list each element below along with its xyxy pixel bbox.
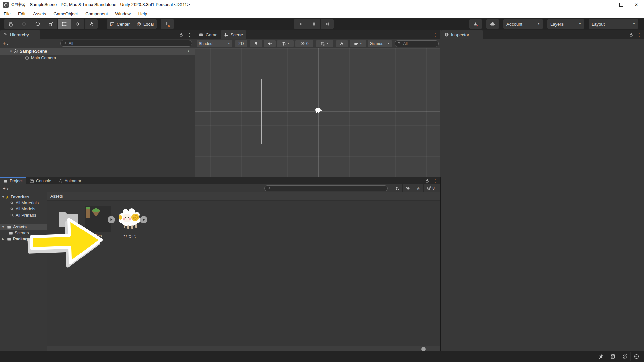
gizmos-dropdown[interactable]: Gizmos ▼ <box>368 40 392 47</box>
add-asset-button[interactable]: + ▼ <box>3 186 9 191</box>
rect-tool-button[interactable] <box>58 19 71 29</box>
account-dropdown[interactable]: Account ▼ <box>503 19 543 29</box>
collab-button[interactable] <box>469 19 482 29</box>
kebab-menu-icon[interactable]: ⋮ <box>186 49 191 54</box>
search-by-label-button[interactable] <box>402 184 413 192</box>
wrench-icon <box>89 21 94 27</box>
chevron-collapsed-icon[interactable]: ▶ <box>0 238 5 241</box>
tree-assets[interactable]: ▼ Assets <box>0 224 47 230</box>
tab-project[interactable]: Project <box>0 177 26 184</box>
auto-refresh-disabled-status[interactable] <box>619 352 630 361</box>
tab-scene[interactable]: Scene <box>221 30 246 39</box>
scene-lighting-button[interactable] <box>250 40 262 47</box>
maximize-button[interactable] <box>613 0 629 9</box>
project-search-input[interactable] <box>264 185 388 191</box>
lock-icon[interactable] <box>425 179 429 183</box>
cache-server-disconnected-status[interactable] <box>607 352 619 361</box>
tab-inspector[interactable]: Inspector <box>441 30 483 39</box>
search-icon <box>63 41 67 45</box>
menu-file[interactable]: File <box>0 9 14 18</box>
2d-toggle-button[interactable]: 2D <box>235 40 248 47</box>
scene-camera-dropdown[interactable]: ▼ <box>350 40 366 47</box>
project-hidden-toggle[interactable]: 8 <box>423 184 438 192</box>
hierarchy-search-input[interactable]: All <box>60 40 192 47</box>
lock-icon[interactable] <box>179 33 183 37</box>
scene-audio-button[interactable] <box>264 40 276 47</box>
expand-subassets-button[interactable] <box>140 216 147 223</box>
project-content: Assets Scenes <box>47 192 440 351</box>
menu-assets[interactable]: Assets <box>29 9 50 18</box>
thumbnail-zoom-slider[interactable] <box>410 349 435 349</box>
lock-icon[interactable] <box>629 33 633 37</box>
chevron-expanded-icon[interactable]: ▼ <box>0 196 5 199</box>
kebab-menu-icon[interactable]: ⋮ <box>433 33 437 37</box>
scene-grid-dropdown[interactable]: ▼ <box>316 40 333 47</box>
cloud-button[interactable] <box>486 19 499 29</box>
rotate-tool-button[interactable] <box>31 19 44 29</box>
asset-tiles[interactable] <box>85 206 111 232</box>
move-tool-button[interactable] <box>17 19 31 29</box>
minimize-button[interactable]: — <box>598 0 613 9</box>
transform-tool-button[interactable] <box>71 19 85 29</box>
tree-all-materials[interactable]: All Materials <box>0 200 47 206</box>
scene-canvas[interactable] <box>195 48 440 177</box>
assets-grid[interactable]: Scenes Tiles <box>47 201 440 346</box>
hierarchy-scene-row[interactable]: ▼ SampleScene ⋮ <box>0 48 195 55</box>
tree-all-models[interactable]: All Models <box>0 206 47 212</box>
pivot-local-button[interactable]: Local <box>133 19 157 29</box>
tab-console[interactable]: Console <box>26 177 55 184</box>
custom-tool-button[interactable] <box>85 19 98 29</box>
step-button[interactable] <box>321 19 334 29</box>
add-object-button[interactable]: + ▼ <box>3 41 9 46</box>
draw-mode-dropdown[interactable]: Shaded ▼ <box>197 40 232 47</box>
kebab-menu-icon[interactable]: ⋮ <box>187 33 192 37</box>
layers-dropdown[interactable]: Layers ▼ <box>547 19 584 29</box>
menu-window[interactable]: Window <box>112 9 135 18</box>
chevron-down-icon: ▼ <box>326 42 329 45</box>
menu-help[interactable]: Help <box>135 9 151 18</box>
expand-subassets-button[interactable] <box>108 216 115 223</box>
title-bar: C#練習 - SampleScene - PC, Mac & Linux Sta… <box>0 0 644 9</box>
unity-logo-icon <box>3 2 9 8</box>
chevron-expanded-icon[interactable]: ▼ <box>9 50 13 53</box>
tab-hierarchy[interactable]: Hierarchy <box>0 30 40 39</box>
hidden-objects-toggle[interactable]: 0 <box>295 40 313 47</box>
menu-component[interactable]: Component <box>82 9 111 18</box>
scene-tab-bar: Game Scene ⋮ <box>195 30 440 39</box>
favorites-filter-button[interactable]: ★ <box>413 184 423 192</box>
debugger-detached-status[interactable] <box>595 352 607 361</box>
pivot-center-button[interactable]: Center <box>107 19 133 29</box>
tree-scenes[interactable]: Scenes <box>0 230 47 236</box>
chevron-expanded-icon[interactable]: ▼ <box>0 226 5 229</box>
tree-all-prefabs[interactable]: All Prefabs <box>0 212 47 218</box>
hand-tool-button[interactable] <box>4 19 17 29</box>
scene-effects-dropdown[interactable]: ▼ <box>277 40 294 47</box>
scale-tool-button[interactable] <box>44 19 58 29</box>
tree-favorites[interactable]: ▼ ★ Favorites <box>0 194 47 200</box>
pause-button[interactable] <box>307 19 321 29</box>
asset-scenes-folder[interactable] <box>55 206 82 232</box>
tab-game[interactable]: Game <box>195 30 221 39</box>
search-by-type-button[interactable] <box>392 184 402 192</box>
kebab-menu-icon[interactable]: ⋮ <box>637 33 641 37</box>
menu-edit[interactable]: Edit <box>14 9 29 18</box>
layout-dropdown[interactable]: Layout ▼ <box>589 19 638 29</box>
scene-tool-settings-button[interactable] <box>336 40 348 47</box>
inspector-tab-label: Inspector <box>451 32 469 37</box>
hierarchy-toolbar: + ▼ All <box>0 39 195 48</box>
search-icon <box>10 207 14 211</box>
sheep-sprite-in-scene[interactable] <box>315 107 323 113</box>
close-button[interactable]: ✕ <box>629 0 644 9</box>
play-button[interactable] <box>294 19 307 29</box>
scene-search-input[interactable]: All <box>395 40 439 47</box>
gamepad-icon <box>198 32 204 37</box>
tree-packages[interactable]: ▶ Packages <box>0 236 47 242</box>
tab-animator[interactable]: Animator <box>55 177 85 184</box>
asset-hitsuji[interactable] <box>117 206 143 232</box>
animator-tab-label: Animator <box>65 179 82 183</box>
grid-snap-button[interactable] <box>161 19 174 29</box>
menu-gameobject[interactable]: GameObject <box>50 9 82 18</box>
kebab-menu-icon[interactable]: ⋮ <box>433 179 437 183</box>
hierarchy-item-main-camera[interactable]: Main Camera <box>0 55 195 61</box>
compile-ok-status[interactable] <box>630 352 642 361</box>
